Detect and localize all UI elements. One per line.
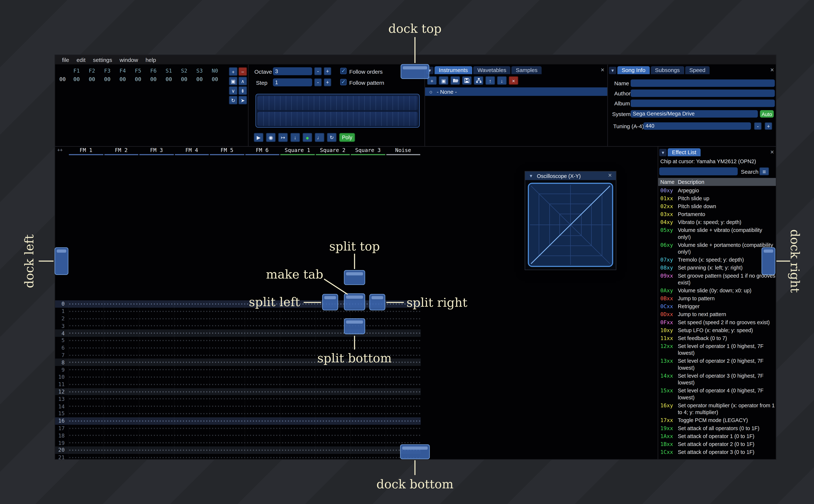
row-cells[interactable] xyxy=(68,322,421,330)
effect-row-12xx[interactable]: 12xxSet level of operator 1 (0 highest, … xyxy=(658,342,776,357)
orders-remove-button[interactable]: − xyxy=(238,67,247,76)
menu-help[interactable]: help xyxy=(142,56,160,63)
pattern-row-21[interactable]: 21 xyxy=(55,454,421,460)
playback-play-from-cursor-button[interactable]: ↦ xyxy=(278,133,288,142)
effect-row-1cxx[interactable]: 1CxxSet attack of operator 3 (0 to 1F) xyxy=(658,448,776,456)
piano-lower-octaves[interactable] xyxy=(257,112,418,126)
order-cell-f4[interactable]: 00 xyxy=(115,76,130,82)
row-cells[interactable] xyxy=(68,417,421,425)
channel-header-fm-2[interactable]: FM 2 xyxy=(104,147,139,156)
step-input[interactable]: 1 xyxy=(273,78,312,86)
song-info-close-icon[interactable]: × xyxy=(768,67,776,74)
row-cells[interactable] xyxy=(68,315,421,322)
pattern-row-17[interactable]: 17 xyxy=(55,424,421,432)
row-cells[interactable] xyxy=(68,388,421,395)
effect-row-08xy[interactable]: 08xySet panning (x: left; y: right) xyxy=(658,264,776,272)
effect-row-0cxx[interactable]: 0CxxRetrigger xyxy=(658,302,776,310)
effect-row-17xx[interactable]: 17xxToggle PCM mode (LEGACY) xyxy=(658,416,776,424)
follow-pattern-checkbox[interactable]: ✓ xyxy=(340,79,347,85)
effect-row-10xy[interactable]: 10xySetup LFO (x: enable; y: speed) xyxy=(658,326,776,334)
row-cells[interactable] xyxy=(68,403,421,410)
effect-row-13xx[interactable]: 13xxSet level of operator 2 (0 highest, … xyxy=(658,357,776,372)
split-left-target[interactable] xyxy=(322,294,338,310)
row-cells[interactable] xyxy=(68,373,421,381)
effect-row-06xy[interactable]: 06xyVolume slide + portamento (compatibi… xyxy=(658,241,776,256)
row-cells[interactable] xyxy=(68,439,421,447)
effect-row-09xx[interactable]: 09xxSet groove pattern (speed 1 if no gr… xyxy=(658,272,776,287)
playback-step-row-button[interactable]: ↓ xyxy=(290,133,300,142)
collapse-arrow-icon[interactable]: ▼ xyxy=(609,67,616,74)
effect-row-07xy[interactable]: 07xyTremolo (x: speed; y: depth) xyxy=(658,256,776,264)
channel-header-fm-3[interactable]: FM 3 xyxy=(139,147,174,156)
piano-upper-octaves[interactable] xyxy=(257,96,418,110)
channel-header-square-2[interactable]: Square 2 xyxy=(315,147,350,156)
split-right-target[interactable] xyxy=(369,294,385,310)
tuning-field[interactable]: 440 xyxy=(643,122,751,130)
effect-row-04xy[interactable]: 04xyVibrato (x: speed; y: depth) xyxy=(658,218,776,226)
instrument-move-down-button[interactable]: ↓ xyxy=(497,76,507,85)
oscilloscope-window[interactable]: ▼ Oscilloscope (X-Y) × xyxy=(525,171,616,270)
instrument-open-button[interactable] xyxy=(451,76,460,85)
playback-repeat-pattern-button[interactable]: ↻ xyxy=(327,133,336,142)
orders-row[interactable]: 0000000000000000000000 xyxy=(56,76,223,82)
dock-top-target[interactable] xyxy=(401,64,429,79)
effect-row-00xy[interactable]: 00xyArpeggio xyxy=(658,186,776,194)
tab-effect-list[interactable]: Effect List xyxy=(668,148,701,156)
pattern-row-19[interactable]: 19 xyxy=(55,439,421,447)
tuning-increase-button[interactable]: + xyxy=(765,122,772,130)
pattern-row-9[interactable]: 9 xyxy=(55,366,421,373)
orders-change-all-button[interactable]: ↻ xyxy=(229,96,237,104)
octave-input[interactable]: 3 xyxy=(273,67,312,75)
song-tab-subsongs[interactable]: Subsongs xyxy=(651,66,684,74)
octave-increase-button[interactable]: + xyxy=(324,67,331,75)
effect-row-03xx[interactable]: 03xxPortamento xyxy=(658,210,776,218)
pattern-row-11[interactable]: 11 xyxy=(55,381,421,388)
row-cells[interactable] xyxy=(68,424,421,432)
effect-row-16xy[interactable]: 16xySet operator multiplier (x: operator… xyxy=(658,401,776,416)
row-cells[interactable] xyxy=(68,410,421,417)
effect-row-02xx[interactable]: 02xxPitch slide down xyxy=(658,202,776,210)
menu-window[interactable]: window xyxy=(116,56,142,63)
order-cell-s1[interactable]: 00 xyxy=(161,76,176,82)
song-tab-song-info[interactable]: Song Info xyxy=(617,66,650,74)
row-cells[interactable] xyxy=(68,337,421,344)
system-field[interactable]: Sega Genesis/Mega Drive xyxy=(631,110,758,118)
row-cells[interactable] xyxy=(68,330,421,337)
effect-row-05xy[interactable]: 05xyVolume slide + vibrato (compatibilit… xyxy=(658,226,776,241)
effect-row-0fxx[interactable]: 0FxxSet speed (speed 2 if no grooves exi… xyxy=(658,318,776,326)
pattern-row-5[interactable]: 5 xyxy=(55,337,421,344)
pattern-row-2[interactable]: 2 xyxy=(55,315,421,322)
split-bottom-target[interactable] xyxy=(344,318,365,334)
assets-close-icon[interactable]: × xyxy=(599,67,606,74)
instrument-list-item[interactable]: ○ - None - xyxy=(425,87,607,96)
piano-keyboard[interactable] xyxy=(255,94,420,128)
pattern-row-4[interactable]: 4 xyxy=(55,330,421,337)
assets-tab-wavetables[interactable]: Wavetables xyxy=(473,66,511,74)
name-field[interactable] xyxy=(631,79,775,87)
playback-record-button[interactable]: ● xyxy=(303,133,312,142)
effect-row-19xx[interactable]: 19xxSet attack of all operators (0 to 1F… xyxy=(658,424,776,432)
effect-row-1bxx[interactable]: 1BxxSet attack of operator 2 (0 to 1F) xyxy=(658,440,776,448)
dock-left-target[interactable] xyxy=(55,247,68,275)
order-cell-n0[interactable]: 00 xyxy=(207,76,222,82)
row-cells[interactable] xyxy=(68,446,421,454)
assets-tab-instruments[interactable]: Instruments xyxy=(435,66,472,74)
order-cell-f5[interactable]: 00 xyxy=(130,76,146,82)
menu-file[interactable]: file xyxy=(58,56,73,63)
instrument-save-button[interactable] xyxy=(462,76,472,85)
song-tab-speed[interactable]: Speed xyxy=(685,66,710,74)
orders-move-down-button[interactable]: ∨ xyxy=(229,86,237,95)
orders-duplicate-button[interactable]: ▣ xyxy=(229,77,237,85)
order-cell-s3[interactable]: 00 xyxy=(192,76,207,82)
effect-row-0dxx[interactable]: 0DxxJump to next pattern xyxy=(658,310,776,318)
effect-row-0axy[interactable]: 0AxyVolume slide (0y: down; x0: up) xyxy=(658,286,776,294)
pattern-row-6[interactable]: 6 xyxy=(55,344,421,351)
row-cells[interactable] xyxy=(68,366,421,373)
oscilloscope-title-bar[interactable]: ▼ Oscilloscope (X-Y) × xyxy=(525,172,616,180)
channel-header-fm-4[interactable]: FM 4 xyxy=(174,147,209,156)
poly-button[interactable]: Poly xyxy=(339,133,355,142)
row-cells[interactable] xyxy=(68,395,421,403)
oscilloscope-close-icon[interactable]: × xyxy=(606,172,614,179)
effect-search-input[interactable] xyxy=(659,167,738,175)
octave-decrease-button[interactable]: - xyxy=(314,67,322,75)
